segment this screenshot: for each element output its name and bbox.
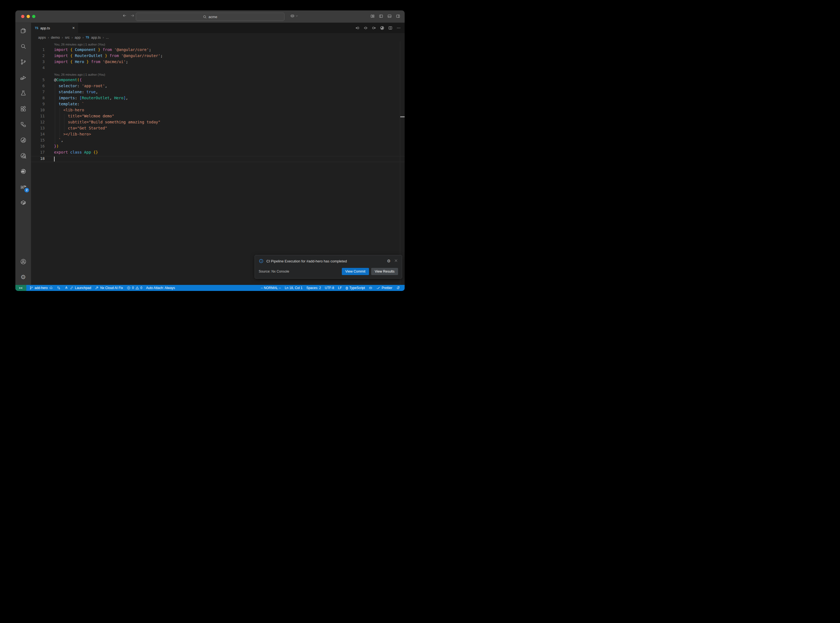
activity-explorer[interactable] <box>15 23 31 38</box>
status-text: Nx Cloud AI Fix <box>100 286 123 290</box>
history-back-button[interactable] <box>122 14 127 18</box>
copilot-status[interactable] <box>367 285 375 291</box>
customize-layout-button[interactable] <box>370 14 375 18</box>
nx-cloud-ai-fix-status[interactable]: Nx Cloud AI Fix <box>93 285 125 291</box>
breadcrumb-item-app[interactable]: app <box>75 35 81 40</box>
problems-status[interactable]: 00 <box>125 285 144 291</box>
zoom-window-button[interactable] <box>32 15 35 18</box>
history-forward-button[interactable] <box>130 14 135 18</box>
cursor-position-status[interactable]: Ln 18, Col 1 <box>283 285 304 291</box>
activity-accounts[interactable] <box>15 254 31 269</box>
breadcrumb-symbol-tail[interactable]: ... <box>106 35 109 40</box>
git-branch-status[interactable]: add-hero <box>28 285 55 291</box>
tab-close-icon[interactable]: ✕ <box>72 26 75 30</box>
nx-project-graph-button[interactable] <box>380 26 384 30</box>
encoding-status[interactable]: UTF-8 <box>323 285 336 291</box>
toggle-primary-sidebar-button[interactable] <box>379 14 383 18</box>
status-text: UTF-8 <box>325 286 334 290</box>
vim-mode-status[interactable]: -- NORMAL -- <box>259 285 283 291</box>
debug-icon <box>20 74 27 81</box>
gitlens-open-blame-button[interactable] <box>364 26 368 30</box>
activity-references[interactable] <box>15 117 31 132</box>
command-center-search[interactable]: acme <box>136 12 284 21</box>
activity-settings[interactable]: ⚙ <box>15 269 31 285</box>
indentation-status[interactable]: Spaces: 2 <box>304 285 323 291</box>
activity-source-control[interactable] <box>15 54 31 70</box>
gitlens-open-previous-change-button[interactable] <box>355 26 359 30</box>
breadcrumb-item-demo[interactable]: demo <box>51 35 60 40</box>
warning-icon <box>135 286 139 290</box>
activity-nx-console[interactable]: N>2 <box>15 179 31 195</box>
git-compare-icon <box>57 286 61 290</box>
copilot-menu-button[interactable] <box>290 14 298 18</box>
breadcrumb-item-src[interactable]: src <box>65 35 69 40</box>
minimize-window-button[interactable] <box>27 15 30 18</box>
chevron-down-icon <box>295 14 298 18</box>
line-number: 18 <box>31 156 45 162</box>
code-line-18: 18 <box>31 156 405 162</box>
line-number: 8 <box>31 96 45 102</box>
line-number: 10 <box>31 108 45 114</box>
code-line-9: 9 template: ` <box>31 102 405 108</box>
status-text: add-hero <box>35 286 48 290</box>
tab-app-ts[interactable]: TS app.ts ✕ <box>31 23 78 33</box>
line-number: 14 <box>31 132 45 138</box>
activity-bar-top: N>2 <box>15 23 31 210</box>
code-editor[interactable]: You, 26 minutes ago | 1 author (You)1imp… <box>31 41 405 285</box>
activity-run-debug[interactable] <box>15 70 31 85</box>
line-number: 1 <box>31 48 45 54</box>
notifications-bell[interactable] <box>394 285 402 291</box>
more-actions-button[interactable] <box>396 26 401 30</box>
language-status[interactable]: {}TypeScript <box>344 285 367 291</box>
toggle-secondary-sidebar-button[interactable] <box>396 14 400 18</box>
activity-bar: N>2 ⚙ <box>15 23 31 285</box>
line-number: 16 <box>31 144 45 150</box>
close-icon[interactable] <box>394 259 398 263</box>
files-icon <box>20 28 27 34</box>
toggle-panel-button[interactable] <box>387 14 392 18</box>
status-bar-left: add-heroLaunchpadNx Cloud AI Fix00Auto A… <box>26 285 177 291</box>
activity-search[interactable] <box>15 38 31 54</box>
status-text: Prettier <box>382 286 392 290</box>
line-number: 7 <box>31 90 45 96</box>
status-text: 0 <box>132 286 134 290</box>
git-compare-status[interactable] <box>55 285 63 291</box>
text-cursor <box>54 157 55 161</box>
auto-attach-status[interactable]: Auto Attach: Always <box>144 285 177 291</box>
code-line-12: 12 subtitle="Build something amazing tod… <box>31 120 405 126</box>
tab-bar: TS app.ts ✕ <box>31 23 405 33</box>
prettier-status[interactable]: Prettier <box>375 285 394 291</box>
gitlens-open-next-change-button[interactable] <box>372 26 376 30</box>
close-window-button[interactable] <box>21 15 25 18</box>
line-number <box>31 72 45 78</box>
breadcrumb-separator: › <box>72 35 73 40</box>
search-icon <box>203 15 207 19</box>
activity-nx-graph-search[interactable] <box>15 148 31 163</box>
activity-extensions[interactable] <box>15 101 31 117</box>
activity-containers[interactable] <box>15 195 31 210</box>
window-controls <box>21 15 35 18</box>
split-editor-button[interactable] <box>388 26 393 30</box>
status-text: TypeScript <box>350 286 365 290</box>
breadcrumb-item-apps[interactable]: apps <box>38 35 46 40</box>
launchpad-status[interactable]: Launchpad <box>63 285 93 291</box>
braces-icon: {} <box>346 286 348 290</box>
eol-status[interactable]: LF <box>336 285 344 291</box>
view-commit-button[interactable]: View Commit <box>342 268 369 275</box>
code-line-6: 6 selector: 'app-root', <box>31 84 405 90</box>
activity-testing[interactable] <box>15 85 31 101</box>
code-line-10: 10 <lib-hero <box>31 108 405 114</box>
notification-settings-icon[interactable]: ⚙ <box>387 259 391 264</box>
line-number: 13 <box>31 126 45 132</box>
history-nav <box>122 14 135 18</box>
code-line-2: 2import { RouterOutlet } from '@angular/… <box>31 54 405 60</box>
link-icon <box>70 286 74 290</box>
activity-edge-devtools[interactable] <box>15 163 31 179</box>
breadcrumb-separator: › <box>48 35 49 40</box>
line-number: 2 <box>31 54 45 60</box>
view-results-button[interactable]: View Results <box>371 268 398 275</box>
line-number: 3 <box>31 60 45 66</box>
remote-indicator[interactable]: >< <box>15 285 26 291</box>
breadcrumb-item-file[interactable]: app.ts <box>91 35 101 40</box>
activity-nx-project-graph[interactable] <box>15 132 31 148</box>
